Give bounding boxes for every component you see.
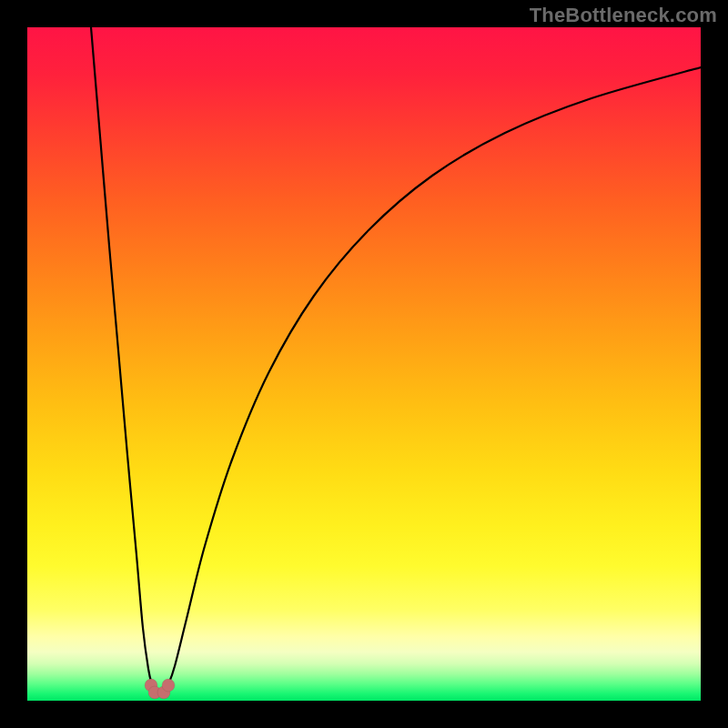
outer-frame: TheBottleneck.com <box>0 0 728 728</box>
marker-dots <box>145 679 175 699</box>
curve-left-branch <box>91 27 156 692</box>
marker-dot <box>162 679 175 692</box>
watermark-text: TheBottleneck.com <box>530 4 717 27</box>
curve-layer <box>27 27 701 701</box>
plot-area <box>27 27 701 701</box>
curve-right-branch <box>164 67 701 692</box>
